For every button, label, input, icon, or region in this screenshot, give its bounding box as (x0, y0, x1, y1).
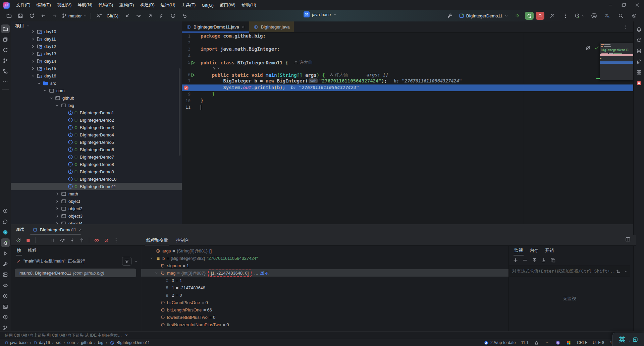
close-icon[interactable] (241, 25, 245, 29)
tree-item-src[interactable]: src (11, 79, 182, 87)
menu-运行(U)[interactable]: 运行(U) (158, 1, 178, 9)
chevron-down-icon[interactable] (48, 95, 54, 101)
pause-button[interactable] (49, 236, 57, 244)
add-watch-button[interactable] (513, 257, 518, 263)
indent-size[interactable]: 4 (609, 340, 612, 345)
breadcrumb-com[interactable]: com (67, 340, 75, 345)
ime-indicator[interactable]: 英 ·, (612, 333, 644, 346)
vcs-history-button[interactable] (167, 11, 179, 20)
tool-project-folder-button[interactable] (1, 24, 10, 33)
variable-row-bitCountPlusOne[interactable]: fbitCountPlusOne= 0 (141, 299, 520, 306)
save-all-button[interactable] (15, 11, 26, 20)
nav-back-button[interactable] (38, 11, 49, 20)
editor-tab-BigInteger.java[interactable]: CBigInteger.java (249, 21, 294, 32)
chevron-right-icon[interactable] (54, 221, 60, 224)
eye-off-icon[interactable] (585, 45, 591, 51)
tool-debug-bug-button[interactable] (1, 238, 10, 247)
watches-tab-内存[interactable]: 内存 (526, 245, 542, 255)
thread-selector[interactable]: "main"@1 在组"main": 正在运行 (11, 256, 141, 266)
tool-git-branch-button[interactable] (1, 56, 10, 65)
tree-item-day12[interactable]: day12 (11, 43, 182, 50)
close-icon[interactable] (78, 228, 82, 232)
variable-row-mag[interactable]: fmag= {int[3]@887} [1, -2147483648, 0]…显… (141, 269, 520, 277)
tool-eye-button[interactable] (1, 281, 10, 290)
variable-row-bitLengthPlusOne[interactable]: fbitLengthPlusOne= 66 (141, 306, 520, 313)
tree-item-object3[interactable]: object3 (11, 212, 182, 220)
frames-tab-帧[interactable]: 帧 (13, 245, 24, 255)
rerun-debug-button[interactable] (525, 12, 534, 20)
view-breakpoints-button[interactable] (93, 236, 101, 244)
ai-plugin-widget[interactable] (555, 340, 561, 345)
tool-chat-button[interactable] (1, 217, 10, 226)
menu-窗口(W)[interactable]: 窗口(W) (217, 1, 238, 9)
minimize-button[interactable] (604, 0, 617, 10)
tree-item-BIgIntegerDemo1[interactable]: CBIgIntegerDemo1 (11, 109, 182, 116)
windows-defender-widget[interactable] (566, 340, 572, 345)
nav-forward-button[interactable] (49, 11, 60, 20)
tree-item-math[interactable]: math (11, 190, 182, 197)
vcs-fetch-button[interactable] (156, 11, 167, 20)
chevron-right-icon[interactable] (54, 191, 60, 196)
chevron-right-icon[interactable] (30, 36, 36, 42)
debug-tab-线程和变量[interactable]: 线程和变量 (142, 235, 172, 245)
vcs-changes-status[interactable]: 2 Δ/up-to-date (483, 340, 516, 345)
project-selector[interactable]: JB java-base (304, 11, 337, 17)
translate-button[interactable]: 文A (602, 11, 613, 20)
tool-database-button[interactable] (635, 47, 643, 55)
tree-item-com[interactable]: com (11, 87, 182, 94)
inspection-widget[interactable] (585, 45, 599, 51)
debug-tab-控制台[interactable]: 控制台 (172, 235, 193, 245)
tree-item-BIgIntegerDemo5[interactable]: CBIgIntegerDemo5 (11, 138, 182, 146)
tool-v-badge-button[interactable]: V (1, 228, 10, 237)
tree-item-day14[interactable]: day14 (11, 57, 182, 65)
watch-expression-input[interactable]: 对表达式求值(Enter)或添加监视(Ctrl+Shift+... (509, 266, 630, 277)
variable-row-firstNonzeroIntNumPlusTwo[interactable]: ffirstNonzeroIntNumPlusTwo= 0 (141, 321, 520, 328)
vcs-update-button[interactable] (122, 11, 133, 20)
chevron-down-icon[interactable] (36, 80, 42, 86)
frames-tab-线程[interactable]: 线程 (24, 245, 40, 255)
breadcrumb-big[interactable]: big (98, 340, 103, 345)
menu-视图(V)[interactable]: 视图(V) (54, 1, 74, 9)
watches-tab-开销[interactable]: 开销 (542, 245, 557, 255)
close-button[interactable] (631, 0, 644, 10)
tool-build-hammer-button[interactable] (1, 260, 10, 269)
breadcrumb-github[interactable]: github (81, 340, 92, 345)
menu-编辑(E)[interactable]: 编辑(E) (34, 1, 54, 9)
chevron-right-icon[interactable] (30, 58, 36, 64)
stop-red-button[interactable] (24, 236, 32, 244)
variable-row-signum[interactable]: fsignum= 1 (141, 262, 520, 269)
tree-item-BIgIntegerDemo4[interactable]: CBIgIntegerDemo4 (11, 131, 182, 138)
tool-stop-badge-button[interactable] (635, 79, 643, 88)
tree-item-day13[interactable]: day13 (11, 50, 182, 57)
vcs-rollback-button[interactable] (179, 11, 190, 20)
menu-导航(N)[interactable]: 导航(N) (74, 1, 95, 9)
breadcrumb-day16[interactable]: day16 (34, 340, 50, 345)
tool-terminal-button[interactable] (1, 302, 10, 311)
chevron-right-icon[interactable] (30, 51, 36, 56)
code-area[interactable]: 1package com.github.big;23import java.ma… (182, 33, 633, 224)
tree-item-object[interactable]: object (11, 197, 182, 205)
profiler-button[interactable] (573, 11, 586, 20)
minimap[interactable]: BIgIntegerDemo11 (600, 43, 634, 80)
tree-item-object4[interactable]: object4 (11, 220, 182, 224)
chevron-right-icon[interactable] (30, 44, 36, 49)
add-user-button[interactable] (93, 11, 105, 20)
caret-position[interactable]: 11:1 (521, 340, 529, 345)
mute-button[interactable] (546, 11, 558, 20)
stop-button[interactable] (536, 12, 544, 20)
split-window-icon[interactable] (625, 237, 631, 242)
tree-item-github[interactable]: github (11, 94, 182, 102)
tool-run-play-button[interactable] (1, 249, 10, 258)
editor-tab-BIgIntegerDemo11.java[interactable]: CBIgIntegerDemo11.java (182, 21, 249, 32)
breakpoint-icon[interactable] (184, 85, 189, 90)
tree-item-BIgIntegerDemo9[interactable]: CBIgIntegerDemo9 (11, 168, 182, 175)
infinity-widget[interactable]: ∞ (545, 340, 550, 345)
file-encoding[interactable]: UTF-8 (593, 340, 604, 345)
kebab-button[interactable] (560, 11, 571, 20)
move-down-watch-button[interactable] (541, 257, 546, 263)
remove-watch-button[interactable] (522, 257, 528, 263)
app-logo-icon[interactable]: IU (3, 2, 9, 8)
tree-item-big[interactable]: big (11, 102, 182, 109)
variable-row-1[interactable]: 10011= -2147483648 (141, 284, 520, 291)
vcs-commit-button[interactable] (133, 11, 145, 20)
